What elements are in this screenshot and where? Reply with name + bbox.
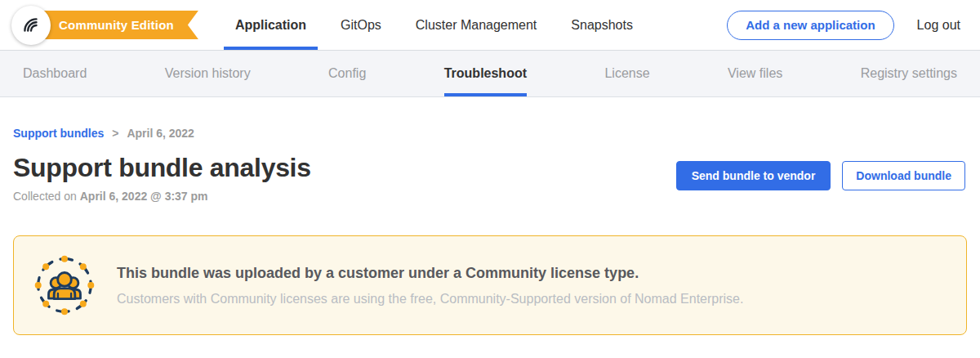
community-license-banner: This bundle was uploaded by a customer u…	[13, 235, 967, 335]
breadcrumb: Support bundles > April 6, 2022	[13, 127, 967, 140]
send-bundle-to-vendor-button[interactable]: Send bundle to vendor	[676, 161, 831, 190]
nav-item-gitops[interactable]: GitOps	[329, 0, 393, 50]
title-block: Support bundle analysis Collected on Apr…	[13, 153, 311, 203]
download-bundle-button[interactable]: Download bundle	[842, 161, 965, 190]
banner-text: This bundle was uploaded by a customer u…	[117, 265, 743, 307]
subnav-item-troubleshoot[interactable]: Troubleshoot	[444, 51, 527, 96]
replicated-logo-icon[interactable]	[11, 6, 51, 45]
nav-item-application[interactable]: Application	[224, 0, 318, 50]
add-new-application-button[interactable]: Add a new application	[727, 11, 893, 40]
page-title: Support bundle analysis	[13, 153, 311, 183]
app-subnav: Dashboard Version history Config Trouble…	[0, 51, 980, 97]
subnav-item-version-history[interactable]: Version history	[165, 51, 251, 96]
logout-link[interactable]: Log out	[917, 18, 960, 33]
breadcrumb-support-bundles-link[interactable]: Support bundles	[13, 127, 104, 140]
subnav-item-registry-settings[interactable]: Registry settings	[861, 51, 957, 96]
banner-heading: This bundle was uploaded by a customer u…	[117, 265, 743, 282]
brand: Community Edition	[11, 0, 198, 50]
collected-date: April 6, 2022 @ 3:37 pm	[80, 190, 208, 203]
title-row: Support bundle analysis Collected on Apr…	[13, 153, 967, 203]
collected-timestamp: Collected on April 6, 2022 @ 3:37 pm	[13, 190, 311, 203]
banner-body: Customers with Community licenses are us…	[117, 292, 743, 307]
top-header: Community Edition Application GitOps Clu…	[0, 0, 980, 51]
community-people-icon	[33, 254, 96, 316]
subnav-item-view-files[interactable]: View files	[728, 51, 782, 96]
subnav-item-config[interactable]: Config	[328, 51, 366, 96]
top-nav: Application GitOps Cluster Management Sn…	[218, 0, 650, 50]
bundle-actions: Send bundle to vendor Download bundle	[676, 153, 967, 190]
breadcrumb-current: April 6, 2022	[127, 127, 194, 140]
subnav-item-dashboard[interactable]: Dashboard	[23, 51, 87, 96]
subnav-item-license[interactable]: License	[604, 51, 649, 96]
nav-item-cluster-management[interactable]: Cluster Management	[404, 0, 549, 50]
header-right: Add a new application Log out	[727, 0, 980, 50]
breadcrumb-separator: >	[112, 127, 118, 140]
community-edition-badge: Community Edition	[38, 11, 198, 39]
collected-prefix: Collected on	[13, 190, 80, 203]
nav-item-snapshots[interactable]: Snapshots	[559, 0, 644, 50]
main-content: Support bundles > April 6, 2022 Support …	[0, 127, 980, 335]
